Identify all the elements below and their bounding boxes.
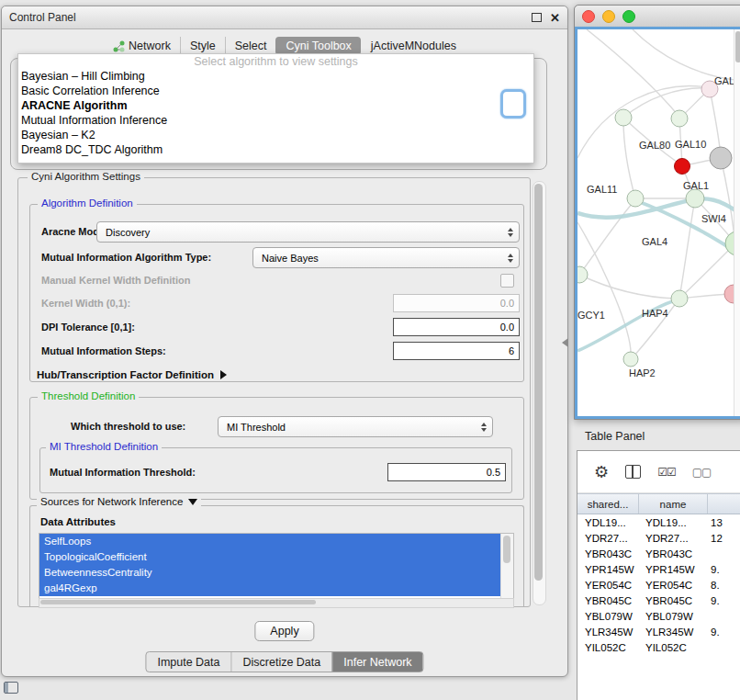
network-node[interactable] bbox=[623, 352, 638, 367]
scrollbar-thumb[interactable] bbox=[503, 536, 510, 563]
scrollbar-thumb[interactable] bbox=[735, 31, 740, 62]
list-vertical-scrollbar[interactable] bbox=[500, 534, 513, 598]
minimize-window-icon[interactable] bbox=[602, 10, 615, 23]
mi-threshold-field[interactable] bbox=[387, 463, 506, 481]
tab-select[interactable]: Select bbox=[225, 37, 276, 55]
hub-transcription-factor-section[interactable]: Hub/Transcription Factor Definition bbox=[37, 369, 227, 380]
which-threshold-combo[interactable]: MI Threshold bbox=[218, 416, 493, 437]
network-node[interactable] bbox=[627, 190, 644, 207]
table-row[interactable]: YDR27...YDR27...12 bbox=[577, 530, 740, 546]
collapsed-panel-icon[interactable] bbox=[4, 682, 18, 694]
which-threshold-value: MI Threshold bbox=[227, 422, 286, 433]
network-node[interactable] bbox=[710, 147, 732, 169]
tab-impute-data[interactable]: Impute Data bbox=[146, 652, 230, 672]
algorithm-option-bayesian-k2[interactable]: Bayesian – K2 bbox=[18, 128, 533, 142]
tab-style-label: Style bbox=[190, 40, 216, 52]
cell: 8. bbox=[706, 580, 740, 591]
table-row[interactable]: YIL052CYIL052C bbox=[577, 639, 740, 655]
sources-section-header[interactable]: Sources for Network Inference bbox=[37, 496, 201, 507]
cell: YER054C bbox=[577, 580, 638, 591]
algorithm-option-bayesian-hill-climbing[interactable]: Bayesian – Hill Climbing bbox=[18, 69, 533, 84]
cell: YBR043C bbox=[638, 548, 706, 559]
kernel-width-field[interactable] bbox=[393, 294, 520, 312]
kernel-width-label: Kernel Width (0,1): bbox=[41, 298, 130, 309]
control-panel-window: Control Panel ✕ Network Style Select Cyn… bbox=[1, 6, 568, 677]
gear-icon[interactable]: ⚙ bbox=[594, 464, 609, 480]
dpi-tolerance-field[interactable] bbox=[393, 318, 520, 336]
settings-vertical-scrollbar[interactable] bbox=[533, 181, 546, 605]
float-window-icon[interactable] bbox=[532, 13, 542, 22]
cyni-algorithm-settings-group: Cyni Algorithm Settings Algorithm Defini… bbox=[17, 177, 531, 607]
which-threshold-label: Which threshold to use: bbox=[71, 421, 185, 432]
list-item-selfloops[interactable]: SelfLoops bbox=[39, 534, 501, 549]
mi-steps-field[interactable] bbox=[393, 342, 520, 360]
algorithm-option-dream8[interactable]: Dream8 DC_TDC Algorithm bbox=[18, 142, 533, 157]
tab-jactivemnodules[interactable]: jActiveMNodules bbox=[361, 37, 465, 55]
list-horizontal-scrollbar[interactable] bbox=[39, 598, 514, 608]
manual-kernel-width-checkbox[interactable] bbox=[500, 274, 514, 288]
network-canvas[interactable]: GAL8 GAL80 GAL10 GAL11 GAL1 SWI4 GAL4 GC… bbox=[575, 27, 740, 419]
cell: YLR345W bbox=[577, 627, 638, 638]
deselect-all-columns-icon[interactable]: ▢▢ bbox=[692, 466, 712, 479]
network-node-gal10[interactable] bbox=[675, 159, 690, 175]
cyni-mode-tabs: Impute Data Discretize Data Infer Networ… bbox=[145, 651, 423, 672]
cell: 9. bbox=[706, 595, 740, 606]
apply-button[interactable]: Apply bbox=[254, 621, 314, 641]
algorithm-definition-group: Algorithm Definition Aracne Mode: Discov… bbox=[29, 204, 524, 382]
table-row[interactable]: YBL079WYBL079W bbox=[577, 608, 740, 624]
select-all-columns-icon[interactable]: ☑☑ bbox=[657, 466, 676, 479]
sources-section-label: Sources for Network Inference bbox=[40, 496, 183, 507]
cell: YDL19... bbox=[577, 517, 638, 528]
columns-icon[interactable] bbox=[625, 465, 641, 479]
network-node[interactable] bbox=[671, 110, 688, 127]
algorithm-option-aracne[interactable]: ARACNE Algorithm bbox=[18, 98, 533, 113]
algorithm-definition-title: Algorithm Definition bbox=[38, 198, 137, 209]
network-node[interactable] bbox=[671, 290, 688, 307]
cell: 9. bbox=[706, 564, 740, 575]
tab-style[interactable]: Style bbox=[180, 37, 225, 55]
node-label: GAL4 bbox=[642, 236, 667, 247]
data-attributes-list[interactable]: SelfLoops TopologicalCoefficient Between… bbox=[39, 533, 514, 599]
algorithm-option-mutual-information[interactable]: Mutual Information Inference bbox=[18, 113, 533, 128]
mi-threshold-group: MI Threshold Definition Mutual Informati… bbox=[39, 447, 512, 493]
node-label: GAL11 bbox=[587, 184, 617, 195]
network-node[interactable] bbox=[577, 266, 588, 283]
network-node[interactable] bbox=[615, 109, 632, 126]
cell: YDR27... bbox=[577, 533, 638, 544]
list-item-gal4rgexp[interactable]: gal4RGexp bbox=[39, 581, 501, 596]
tab-infer-network[interactable]: Infer Network bbox=[331, 652, 422, 672]
aracne-mode-combo[interactable]: Discovery bbox=[96, 221, 520, 243]
cell: YBR043C bbox=[577, 548, 638, 559]
zoom-window-icon[interactable] bbox=[622, 10, 635, 23]
focused-control-fragment bbox=[500, 89, 526, 119]
cell: YBR045C bbox=[638, 595, 706, 606]
table-row[interactable]: YDL19...YDL19...13 bbox=[577, 514, 740, 530]
tab-cyni-toolbox[interactable]: Cyni Toolbox bbox=[275, 37, 360, 55]
tab-network-label: Network bbox=[129, 40, 171, 52]
mi-algorithm-type-combo[interactable]: Naive Bayes bbox=[252, 247, 520, 268]
scrollbar-thumb[interactable] bbox=[40, 600, 316, 604]
column-header-extra[interactable] bbox=[708, 494, 740, 514]
column-header-shared[interactable]: shared... bbox=[577, 494, 639, 514]
column-header-name[interactable]: name bbox=[639, 494, 708, 514]
network-vertical-scrollbar[interactable] bbox=[734, 29, 740, 416]
close-panel-icon[interactable]: ✕ bbox=[550, 12, 560, 24]
table-row[interactable]: YBR043CYBR043C bbox=[577, 546, 740, 561]
mi-threshold-group-title: MI Threshold Definition bbox=[46, 441, 162, 452]
list-item-topologicalcoefficient[interactable]: TopologicalCoefficient bbox=[39, 549, 501, 565]
tab-network[interactable]: Network bbox=[104, 37, 180, 55]
algorithm-option-basic-correlation[interactable]: Basic Correlation Inference bbox=[18, 84, 533, 98]
table-row[interactable]: YBR045CYBR045C9. bbox=[577, 593, 740, 608]
table-row[interactable]: YLR345WYLR345W9. bbox=[577, 624, 740, 639]
network-window-titlebar bbox=[575, 6, 740, 28]
panel-splitter-collapse-icon[interactable] bbox=[562, 338, 568, 347]
network-node-gal1[interactable] bbox=[686, 189, 704, 208]
cell: YIL052C bbox=[577, 642, 638, 653]
node-label: SWI4 bbox=[701, 213, 726, 224]
table-row[interactable]: YPR145WYPR145W9. bbox=[577, 561, 740, 577]
tab-discretize-data[interactable]: Discretize Data bbox=[231, 652, 332, 672]
list-item-betweennesscentrality[interactable]: BetweennessCentrality bbox=[39, 565, 501, 581]
scrollbar-thumb[interactable] bbox=[534, 184, 543, 581]
table-row[interactable]: YER054CYER054C8. bbox=[577, 577, 740, 593]
close-window-icon[interactable] bbox=[582, 10, 595, 23]
